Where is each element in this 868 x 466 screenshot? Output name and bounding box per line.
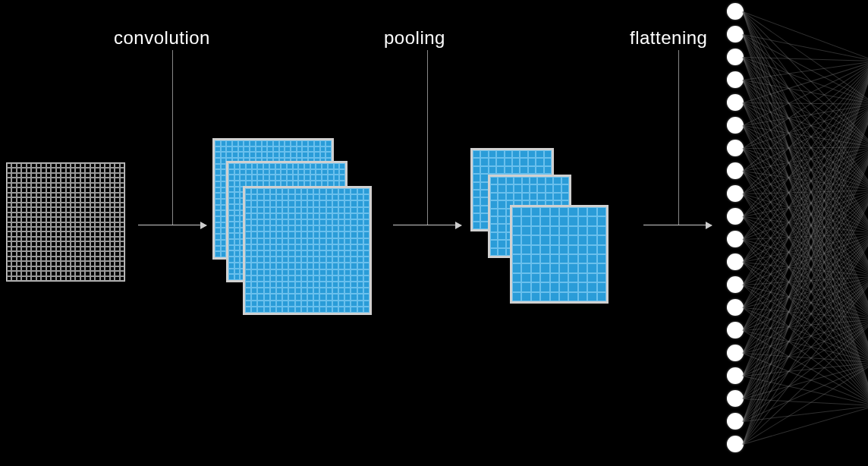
neuron [727, 49, 744, 65]
label-convolution: convolution [114, 27, 210, 49]
neuron [727, 185, 744, 202]
label-line-convolution [172, 50, 173, 225]
neuron [727, 345, 744, 361]
neuron [727, 3, 744, 20]
neuron [727, 231, 744, 247]
neuron [727, 436, 744, 452]
neuron [727, 71, 744, 88]
label-flattening: flattening [630, 27, 707, 49]
neuron [727, 390, 744, 407]
neuron [727, 94, 744, 111]
neuron [727, 140, 744, 156]
arrow-convolution [138, 225, 206, 225]
label-line-flattening [678, 50, 679, 225]
arrow-flattening [643, 225, 712, 225]
neuron [727, 26, 744, 43]
label-line-pooling [427, 50, 428, 225]
input-image-grid [6, 162, 125, 282]
neuron [727, 276, 744, 293]
neuron [727, 299, 744, 316]
neuron [727, 413, 744, 430]
neuron [727, 367, 744, 384]
neuron [727, 208, 744, 225]
neuron [727, 253, 744, 270]
neuron [727, 117, 744, 134]
label-pooling: pooling [384, 27, 445, 49]
neuron [727, 162, 744, 179]
conv-feature-map-2 [243, 186, 372, 315]
pool-feature-map-2 [510, 205, 609, 304]
neuron [727, 322, 744, 338]
arrow-pooling [393, 225, 461, 225]
